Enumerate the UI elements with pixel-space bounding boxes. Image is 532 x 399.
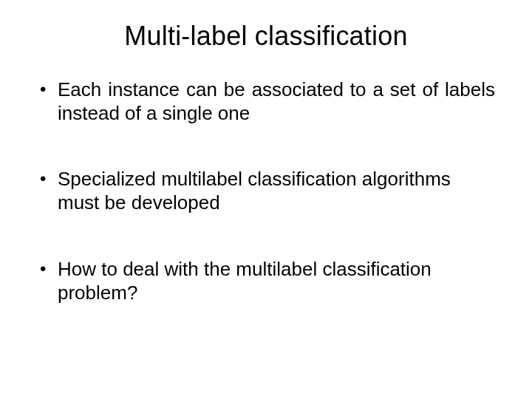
- slide: Multi-label classification Each instance…: [0, 0, 532, 399]
- slide-title: Multi-label classification: [37, 21, 495, 52]
- bullet-item: Each instance can be associated to a set…: [37, 78, 495, 125]
- bullet-list: Each instance can be associated to a set…: [37, 78, 495, 304]
- slide-body: Each instance can be associated to a set…: [37, 78, 495, 369]
- bullet-item: How to deal with the multilabel classifi…: [37, 258, 495, 304]
- bullet-item: Specialized multilabel classification al…: [37, 168, 495, 214]
